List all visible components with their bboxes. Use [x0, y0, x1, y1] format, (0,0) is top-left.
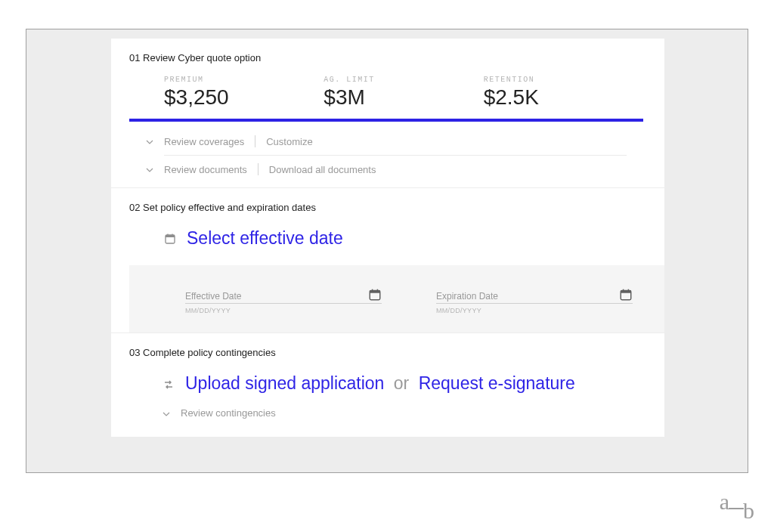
- accent-bar: [129, 119, 643, 122]
- select-effective-date-link[interactable]: Select effective date: [187, 228, 343, 249]
- chevron-down-icon[interactable]: [163, 407, 181, 419]
- review-documents-link[interactable]: Review documents: [164, 164, 247, 175]
- step-1-section: 01 Review Cyber quote option PREMIUM $3,…: [111, 39, 664, 188]
- or-text: or: [394, 373, 409, 393]
- step-3-title: 03 Complete policy contingencies: [129, 347, 643, 358]
- svg-rect-1: [166, 235, 175, 237]
- logo-a: a: [720, 493, 729, 511]
- vertical-divider: [255, 135, 255, 147]
- customize-link[interactable]: Customize: [266, 136, 312, 147]
- vertical-divider: [258, 163, 259, 175]
- effective-date-field[interactable]: Effective Date MM/DD/YYYY: [185, 288, 382, 314]
- contingencies-row: Review contingencies: [129, 403, 643, 423]
- step-3-headline-row: Upload signed application or Request e-s…: [129, 370, 643, 394]
- metric-limit-label: AG. LIMIT: [324, 76, 483, 84]
- step-2-title: 02 Set policy effective and expiration d…: [129, 202, 664, 213]
- request-esignature-link[interactable]: Request e-signature: [419, 373, 575, 393]
- horizontal-divider: [164, 155, 627, 156]
- quote-metrics: PREMIUM $3,250 AG. LIMIT $3M RETENTION $…: [129, 76, 643, 114]
- main-card: 01 Review Cyber quote option PREMIUM $3,…: [111, 39, 664, 437]
- step-1-title: 01 Review Cyber quote option: [129, 52, 643, 63]
- metric-premium-value: $3,250: [164, 85, 324, 110]
- review-contingencies-link[interactable]: Review contingencies: [181, 407, 276, 419]
- step-2-headline-row: Select effective date: [129, 225, 664, 249]
- metric-limit-value: $3M: [324, 85, 483, 110]
- effective-date-placeholder: MM/DD/YYYY: [185, 307, 382, 314]
- review-coverages-link[interactable]: Review coverages: [164, 136, 244, 147]
- effective-date-label: Effective Date: [185, 291, 241, 302]
- expiration-date-placeholder: MM/DD/YYYY: [436, 307, 633, 314]
- chevron-down-icon[interactable]: [146, 164, 164, 175]
- app-frame: 01 Review Cyber quote option PREMIUM $3,…: [26, 29, 748, 473]
- date-panel: Effective Date MM/DD/YYYY Expiration Dat…: [129, 265, 664, 332]
- metric-retention-label: RETENTION: [484, 76, 643, 84]
- brand-logo: ab: [720, 497, 754, 515]
- calendar-icon[interactable]: [619, 288, 633, 302]
- download-all-link[interactable]: Download all documents: [269, 164, 376, 175]
- metric-premium: PREMIUM $3,250: [164, 76, 324, 110]
- logo-b: b: [743, 502, 754, 520]
- metric-premium-label: PREMIUM: [164, 76, 324, 84]
- metric-retention-value: $2.5K: [484, 85, 643, 110]
- step-2-section: 02 Set policy effective and expiration d…: [111, 188, 664, 333]
- svg-rect-9: [621, 290, 631, 292]
- expiration-date-field[interactable]: Expiration Date MM/DD/YYYY: [436, 288, 633, 314]
- logo-dash: [729, 508, 744, 509]
- documents-row: Review documents Download all documents: [129, 159, 643, 180]
- step-3-section: 03 Complete policy contingencies Upload …: [111, 333, 664, 437]
- expiration-date-label: Expiration Date: [436, 291, 498, 302]
- svg-rect-5: [370, 290, 380, 292]
- metric-limit: AG. LIMIT $3M: [324, 76, 483, 110]
- chevron-down-icon[interactable]: [146, 136, 164, 147]
- calendar-icon[interactable]: [368, 288, 382, 302]
- upload-signed-application-link[interactable]: Upload signed application: [185, 373, 384, 393]
- metric-retention: RETENTION $2.5K: [484, 76, 643, 110]
- coverages-row: Review coverages Customize: [129, 131, 643, 152]
- swap-icon: [163, 373, 175, 394]
- calendar-icon: [164, 232, 176, 246]
